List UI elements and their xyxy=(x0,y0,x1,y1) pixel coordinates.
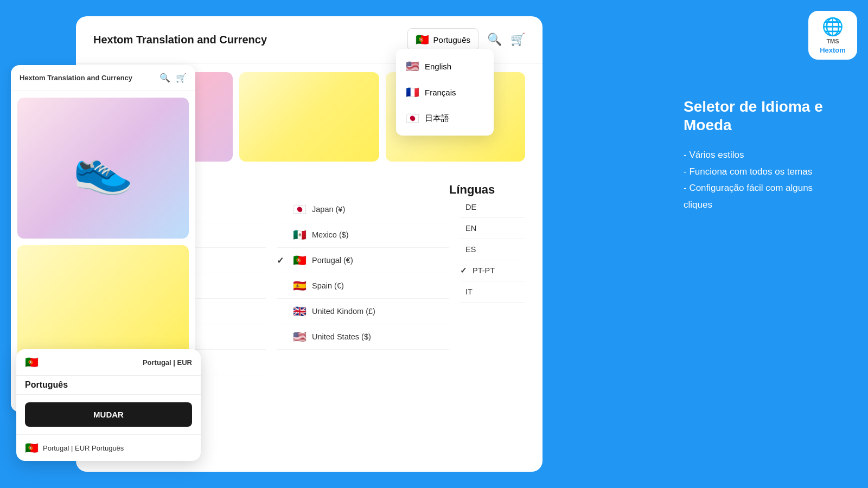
mudar-button[interactable]: MUDAR xyxy=(25,402,192,427)
loc-us[interactable]: 🇺🇸 United States ($) xyxy=(277,324,449,350)
dropdown-item-french[interactable]: 🇫🇷 Français xyxy=(396,79,494,105)
pt-pt-label: PT-PT xyxy=(473,266,495,275)
loc-uk[interactable]: 🇬🇧 United Kindom (£) xyxy=(277,299,449,324)
portuguese-flag-icon: 🇵🇹 xyxy=(416,33,429,46)
lang-es[interactable]: ES xyxy=(460,239,525,260)
store-card-title: Hextom Translation and Currency xyxy=(20,74,132,82)
loc-spain[interactable]: 🇪🇸 Spain (€) xyxy=(277,273,449,299)
right-panel: Seletor de Idioma e Moeda Vários estilos… xyxy=(684,98,835,214)
lang-en[interactable]: EN xyxy=(460,218,525,239)
store-header-icons: 🔍 🛒 xyxy=(159,73,187,83)
lang-it[interactable]: IT xyxy=(460,281,525,303)
store-search-icon[interactable]: 🔍 xyxy=(159,73,170,83)
feature-1: Vários estilos xyxy=(684,147,835,164)
uk-flag-icon: 🇬🇧 xyxy=(293,305,307,318)
es-label: ES xyxy=(465,245,476,254)
locations-right-column: 🇯🇵 Japan (¥) 🇲🇽 Mexico ($) ✓ 🇵🇹 Portugal… xyxy=(266,197,449,375)
main-header: Hextom Translation and Currency 🇵🇹 Portu… xyxy=(76,16,542,63)
portugal-check: ✓ xyxy=(277,255,288,266)
store-yellow-image xyxy=(17,245,189,364)
feature-2: Funciona com todos os temas xyxy=(684,164,835,181)
dropdown-item-japanese[interactable]: 🇯🇵 日本語 xyxy=(396,105,494,131)
store-shoe-image: 👟 xyxy=(17,98,189,239)
small-card-language: Português xyxy=(16,376,201,395)
de-label: DE xyxy=(465,203,476,211)
language-dropdown: 🇺🇸 English 🇫🇷 Français 🇯🇵 日本語 xyxy=(396,49,494,136)
loc-japan[interactable]: 🇯🇵 Japan (¥) xyxy=(277,197,449,222)
spain-label: Spain (€) xyxy=(312,281,344,290)
main-card-title: Hextom Translation and Currency xyxy=(93,34,267,46)
footer-label: Portugal | EUR Português xyxy=(43,444,124,452)
search-icon[interactable]: 🔍 xyxy=(487,33,502,47)
store-cart-icon[interactable]: 🛒 xyxy=(176,73,187,83)
japan-label: Japan (¥) xyxy=(312,205,345,214)
dropdown-item-english[interactable]: 🇺🇸 English xyxy=(396,53,494,79)
uk-label: United Kindom (£) xyxy=(312,307,375,316)
language-selector-button[interactable]: 🇵🇹 Português xyxy=(407,28,478,51)
portugal-flag-icon: 🇵🇹 xyxy=(293,254,307,267)
us-label: United States ($) xyxy=(312,332,371,341)
features-list: Vários estilos Funciona com todos os tem… xyxy=(684,147,835,213)
feature-3: Configuração fácil com alguns cliques xyxy=(684,180,835,213)
pt-pt-check: ✓ xyxy=(460,266,467,275)
small-overlay-card: 🇵🇹 Portugal | EUR Português MUDAR 🇵🇹 Por… xyxy=(16,349,201,461)
tms-globe-icon: 🌐 xyxy=(822,16,844,37)
spain-flag-icon: 🇪🇸 xyxy=(293,279,307,292)
small-card-header: 🇵🇹 Portugal | EUR xyxy=(16,349,201,376)
jp-flag-icon: 🇯🇵 xyxy=(406,112,419,125)
mexico-flag-icon: 🇲🇽 xyxy=(293,228,307,241)
language-button-label: Português xyxy=(433,35,470,44)
store-card-header: Hextom Translation and Currency 🔍 🛒 xyxy=(11,65,195,91)
tms-logo: 🌐 TMS Hextom xyxy=(808,11,857,60)
dropdown-japanese-label: 日本語 xyxy=(425,113,449,124)
us-flag-icon: 🇺🇸 xyxy=(406,60,419,73)
footer-flag-icon: 🇵🇹 xyxy=(25,441,39,454)
languages-column: DE EN ES ✓ PT-PT IT xyxy=(449,197,525,375)
loc-mexico[interactable]: 🇲🇽 Mexico ($) xyxy=(277,222,449,248)
mexico-label: Mexico ($) xyxy=(312,230,349,239)
product-image-2 xyxy=(239,72,379,162)
languages-heading: Línguas xyxy=(449,183,525,197)
lang-pt-pt[interactable]: ✓ PT-PT xyxy=(460,260,525,281)
shoe-emoji: 👟 xyxy=(73,140,133,197)
small-card-flag-icon: 🇵🇹 xyxy=(25,356,39,369)
us-flag-icon2: 🇺🇸 xyxy=(293,330,307,343)
small-card-footer: 🇵🇹 Portugal | EUR Português xyxy=(16,434,201,461)
cart-icon[interactable]: 🛒 xyxy=(510,33,525,47)
dropdown-french-label: Français xyxy=(425,88,456,97)
japan-flag-icon: 🇯🇵 xyxy=(293,203,307,216)
fr-flag-icon: 🇫🇷 xyxy=(406,86,419,99)
lang-de[interactable]: DE xyxy=(460,197,525,218)
small-card-header-label: Portugal | EUR xyxy=(143,358,192,367)
en-label: EN xyxy=(465,224,476,233)
portugal-label: Portugal (€) xyxy=(312,256,353,265)
right-panel-title: Seletor de Idioma e Moeda xyxy=(684,98,835,134)
loc-portugal[interactable]: ✓ 🇵🇹 Portugal (€) xyxy=(277,248,449,273)
tms-name: Hextom xyxy=(820,46,846,54)
tms-label: TMS xyxy=(826,38,839,45)
it-label: IT xyxy=(465,287,473,296)
dropdown-english-label: English xyxy=(425,62,451,71)
